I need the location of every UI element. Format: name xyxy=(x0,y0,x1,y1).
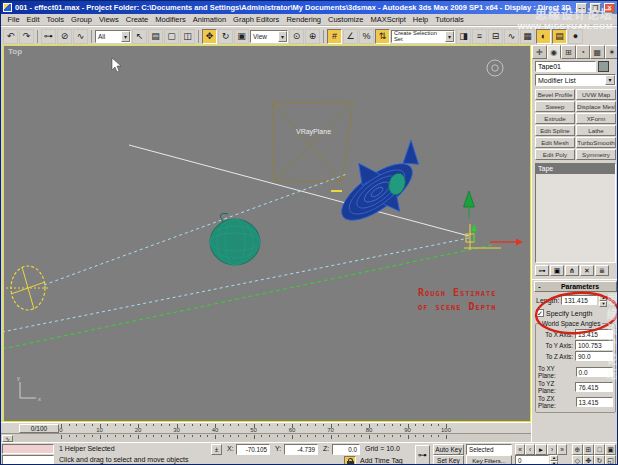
curve-editor-icon[interactable]: ∿ xyxy=(504,29,519,44)
green-cone[interactable] xyxy=(464,191,475,218)
length-field[interactable]: 131.415 xyxy=(561,295,597,305)
vray-plane-wireframe[interactable] xyxy=(273,102,353,182)
length-spinner[interactable]: ▲▼ xyxy=(599,295,607,305)
align-icon[interactable]: ≡ xyxy=(472,29,487,44)
play-button[interactable]: ► xyxy=(535,444,547,455)
stack-item-tape[interactable]: Tape xyxy=(536,164,615,174)
menu-tools[interactable]: Tools xyxy=(43,15,68,24)
x-coord-field[interactable]: -70.105 xyxy=(236,444,270,455)
window-crossing-icon[interactable]: ◫ xyxy=(180,29,195,44)
maxscript-mini-listener-pink[interactable] xyxy=(2,444,54,454)
modifier-button-uvw-map[interactable]: UVW Map xyxy=(576,89,616,100)
remove-modifier-icon[interactable]: ✕ xyxy=(580,265,594,276)
modifier-button-displace-mesh[interactable]: Displace Mesh xyxy=(576,101,616,112)
zoom-extents-all-icon[interactable]: ▣ xyxy=(605,444,616,455)
pan-icon[interactable]: ✥ xyxy=(583,455,594,465)
modifier-button-edit-poly[interactable]: Edit Poly xyxy=(535,149,575,160)
named-selection-sets-dropdown[interactable]: Create Selection Set▾ xyxy=(391,30,455,43)
rollout-header[interactable]: - Parameters xyxy=(534,281,617,292)
frame-spinner[interactable]: ▲▼ xyxy=(550,455,558,465)
select-scale-icon[interactable]: ▣ xyxy=(234,29,249,44)
tape-target-gizmo[interactable] xyxy=(464,224,523,250)
zoom-icon[interactable]: ⊕ xyxy=(572,444,583,455)
tape-helper-icon[interactable] xyxy=(6,266,50,310)
unlink-icon[interactable]: ⊘ xyxy=(57,29,72,44)
tab-hierarchy-icon[interactable]: ⊞ xyxy=(561,45,576,59)
select-manipulate-icon[interactable]: ⊕ xyxy=(305,29,320,44)
select-move-icon[interactable]: ✥ xyxy=(202,29,217,44)
set-key-button[interactable]: Set Key xyxy=(433,455,464,465)
undo-icon[interactable]: ↶ xyxy=(3,29,18,44)
menu-tutorials[interactable]: Tutorials xyxy=(432,15,467,24)
maximize-button[interactable]: ❐ xyxy=(590,3,601,13)
show-end-result-icon[interactable]: ▣ xyxy=(550,265,564,276)
menu-maxscript[interactable]: MAXScript xyxy=(367,15,409,24)
spinner-snap-icon[interactable]: ⇅ xyxy=(375,29,390,44)
select-rotate-icon[interactable]: ↻ xyxy=(218,29,233,44)
auto-key-button[interactable]: Auto Key xyxy=(433,444,464,455)
y-coord-field[interactable]: -4.739 xyxy=(284,444,318,455)
modifier-button-sweep[interactable]: Sweep xyxy=(535,101,575,112)
modifier-button-symmetry[interactable]: Symmetry xyxy=(576,149,616,160)
tab-display-icon[interactable]: ▦ xyxy=(590,45,605,59)
menu-help[interactable]: Help xyxy=(409,15,431,24)
maxscript-mini-listener-white[interactable] xyxy=(2,455,54,465)
modifier-button-bevel-profile[interactable]: Bevel Profile xyxy=(535,89,575,100)
orbit-icon[interactable]: ↻ xyxy=(594,455,605,465)
maximize-viewport-toggle-icon[interactable]: ◱ xyxy=(605,455,616,465)
viewport-label[interactable]: Top xyxy=(8,47,22,56)
specify-length-checkbox[interactable]: ✓ xyxy=(536,309,544,317)
redo-icon[interactable]: ↷ xyxy=(19,29,34,44)
menu-edit[interactable]: Edit xyxy=(23,15,43,24)
modifier-stack[interactable]: Tape xyxy=(535,163,616,263)
tab-create-icon[interactable]: ✛ xyxy=(532,45,547,59)
menu-animation[interactable]: Animation xyxy=(189,15,229,24)
tab-utilities-icon[interactable]: ✶ xyxy=(605,45,618,59)
render-setup-icon[interactable]: ▤ xyxy=(552,29,567,44)
object-color-swatch[interactable] xyxy=(598,61,609,72)
render-icon[interactable]: ● xyxy=(568,29,583,44)
configure-modifier-sets-icon[interactable]: ≣ xyxy=(595,265,609,276)
tab-modify-icon[interactable]: ◉ xyxy=(547,45,562,59)
angle-snap-icon[interactable]: ∠ xyxy=(343,29,358,44)
modifier-button-edit-mesh[interactable]: Edit Mesh xyxy=(535,137,575,148)
next-frame-button[interactable]: › xyxy=(547,444,557,455)
select-by-name-icon[interactable]: ▤ xyxy=(148,29,163,44)
menu-graph-editors[interactable]: Graph Editors xyxy=(230,15,283,24)
menu-modifiers[interactable]: Modifiers xyxy=(152,15,189,24)
rect-region-icon[interactable]: ▢ xyxy=(164,29,179,44)
pin-stack-icon[interactable]: ⊶ xyxy=(535,265,549,276)
bind-spacewarp-icon[interactable]: ∿ xyxy=(73,29,88,44)
z-coord-field[interactable]: 0.0 xyxy=(332,444,360,455)
modifier-button-lathe[interactable]: Lathe xyxy=(576,125,616,136)
menu-create[interactable]: Create xyxy=(122,15,152,24)
minimize-button[interactable]: — xyxy=(576,3,587,13)
tape-measure-line[interactable] xyxy=(129,145,469,236)
snap-3d-icon[interactable]: # xyxy=(327,29,342,44)
coord-system-dropdown[interactable]: View▾ xyxy=(250,30,288,43)
close-button[interactable]: ✕ xyxy=(604,3,615,13)
layer-manager-icon[interactable]: ⊟ xyxy=(488,29,503,44)
percent-snap-icon[interactable]: % xyxy=(359,29,374,44)
menu-rendering[interactable]: Rendering xyxy=(283,15,325,24)
select-link-icon[interactable]: ⊶ xyxy=(41,29,56,44)
previous-frame-button[interactable]: ‹ xyxy=(525,444,535,455)
mirror-icon[interactable]: ◨ xyxy=(456,29,471,44)
pivot-center-icon[interactable]: ⊙ xyxy=(289,29,304,44)
zoom-extents-icon[interactable]: □ xyxy=(594,444,605,455)
modifier-button-edit-spline[interactable]: Edit Spline xyxy=(535,125,575,136)
menu-views[interactable]: Views xyxy=(95,15,122,24)
object-name-field[interactable] xyxy=(535,61,596,72)
collapse-icon[interactable]: - xyxy=(535,283,544,290)
selection-lock-toggle[interactable] xyxy=(344,456,356,465)
current-frame-field[interactable]: 0 xyxy=(515,455,549,465)
tab-motion-icon[interactable]: ◔ xyxy=(576,45,591,59)
zoom-region-icon[interactable]: ◇ xyxy=(572,455,583,465)
go-to-end-button[interactable]: » xyxy=(557,444,567,455)
make-unique-icon[interactable]: ⋔ xyxy=(565,265,579,276)
teal-blob-mesh[interactable] xyxy=(210,213,260,265)
modifier-button-xform[interactable]: XForm xyxy=(576,113,616,124)
select-object-icon[interactable]: ↖ xyxy=(132,29,147,44)
schematic-view-icon[interactable]: ▦ xyxy=(520,29,535,44)
key-filters-button[interactable]: Key Filters... xyxy=(466,455,512,465)
